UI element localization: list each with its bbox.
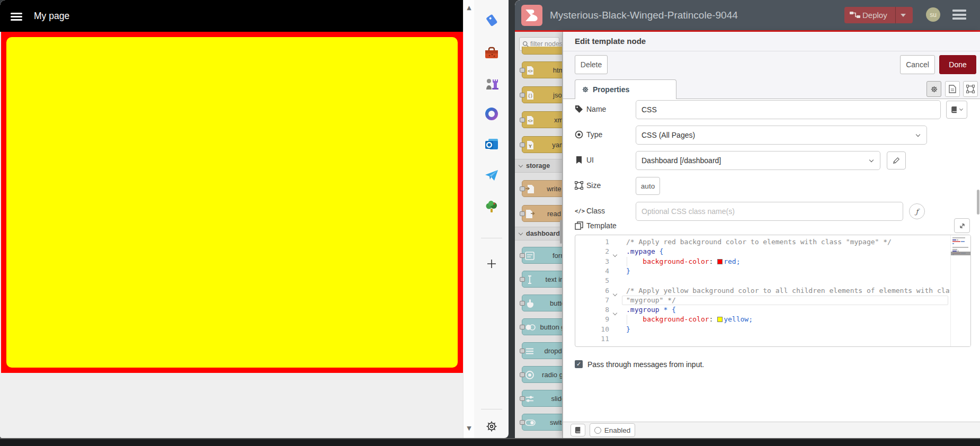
- code-line-1[interactable]: 1/* Apply red background color to elemen…: [575, 237, 971, 247]
- code-line-2[interactable]: 2.mypage {: [575, 247, 971, 256]
- palette-node-switch[interactable]: switch: [522, 414, 563, 431]
- class-row: </> Class Optional CSS class name(s) ƒ: [563, 202, 980, 221]
- radio-icon: [525, 370, 535, 380]
- minimap-row: [952, 239, 958, 240]
- copy-icon: [575, 221, 583, 230]
- name-input[interactable]: CSS: [636, 100, 941, 119]
- m365-icon[interactable]: [483, 105, 501, 123]
- avatar[interactable]: su: [926, 7, 940, 22]
- code-line-6[interactable]: 6/* Apply yellow background color to all…: [575, 286, 971, 296]
- node-port: [520, 277, 525, 282]
- divider: [563, 51, 980, 51]
- menu-bar: [11, 16, 22, 17]
- palette-scrollbar[interactable]: [560, 220, 562, 244]
- node-port: [520, 118, 525, 122]
- code-line-11[interactable]: 11: [575, 334, 971, 344]
- palette-category-storage[interactable]: storage: [515, 159, 563, 173]
- color-swatch-yellow: [717, 317, 723, 322]
- name-row: Name CSS: [563, 100, 980, 119]
- line-number: 11: [575, 335, 609, 343]
- cancel-button[interactable]: Cancel: [900, 55, 935, 74]
- tab-properties[interactable]: Properties: [575, 79, 676, 99]
- code-line-3[interactable]: 3 background-color: red;: [575, 257, 971, 266]
- palette-node-dropdown[interactable]: dropdown: [522, 342, 563, 359]
- code-text: .mygroup * {: [626, 306, 676, 314]
- editor-minimap[interactable]: [950, 235, 970, 346]
- code-line-9[interactable]: 9 background-color: yellow;: [575, 315, 971, 324]
- form-icon: [525, 251, 535, 261]
- appearance-view-button[interactable]: [963, 81, 978, 97]
- code-line-4[interactable]: 4}: [575, 266, 971, 276]
- delete-button[interactable]: Delete: [575, 55, 608, 74]
- gear-icon[interactable]: [483, 417, 501, 435]
- code-line-7[interactable]: 7"mygroup" */: [575, 296, 971, 305]
- hand-icon: [525, 299, 535, 308]
- name-options-button[interactable]: [946, 101, 967, 119]
- svg-text:<>: <>: [528, 69, 533, 74]
- node-info-button[interactable]: [571, 424, 585, 436]
- node-port: [520, 420, 525, 425]
- editor-scrollbar-thumb[interactable]: [951, 252, 971, 255]
- palette-node-form[interactable]: form: [522, 247, 563, 264]
- paper-plane-icon[interactable]: [483, 166, 501, 184]
- class-fx-button[interactable]: ƒ: [909, 203, 925, 219]
- palette-node-text-input[interactable]: text input: [522, 271, 563, 288]
- expand-icon: [959, 222, 966, 229]
- palette-node-yaml[interactable]: yamlY: [522, 136, 563, 153]
- ui-select[interactable]: Dashboard [/dashboard]: [636, 151, 880, 170]
- chess-icon[interactable]: [483, 75, 501, 93]
- class-input[interactable]: Optional CSS class name(s): [636, 202, 903, 221]
- palette-node-json[interactable]: json{}: [522, 86, 563, 103]
- code-line-8[interactable]: 8.mygroup * {: [575, 305, 971, 315]
- dashboard-scrollbar[interactable]: ▲ ▼: [463, 0, 474, 438]
- tree-icon[interactable]: [483, 198, 501, 216]
- code-text: background-color: yellow;: [626, 315, 753, 323]
- code-text: .mypage {: [626, 247, 663, 255]
- ui-row: UI Dashboard [/dashboard]: [563, 151, 980, 170]
- deploy-button[interactable]: Deploy: [844, 7, 913, 23]
- add-icon[interactable]: [483, 255, 501, 273]
- passthrough-checkbox[interactable]: ✓: [575, 360, 583, 368]
- tag-icon[interactable]: [483, 11, 501, 29]
- description-view-button[interactable]: [945, 81, 960, 97]
- toolbox-icon[interactable]: [483, 44, 501, 62]
- palette-node-button[interactable]: button: [522, 295, 563, 311]
- palette-node-radio-group[interactable]: radio group: [522, 366, 563, 383]
- done-button[interactable]: Done: [939, 55, 976, 74]
- palette-node-partial[interactable]: [522, 47, 563, 55]
- size-auto-button[interactable]: auto: [636, 177, 660, 195]
- dialog-scrollbar-thumb[interactable]: [977, 190, 979, 215]
- dialog-title: Edit template node: [575, 37, 646, 46]
- code-line-10[interactable]: 10}: [575, 325, 971, 334]
- expand-editor-button[interactable]: [954, 218, 970, 233]
- pencil-icon: [893, 157, 900, 164]
- code-text: /* Apply red background color to element…: [626, 238, 892, 246]
- chevron-down-icon: [519, 163, 523, 167]
- edit-ui-button[interactable]: [887, 151, 906, 170]
- palette-node-write-file[interactable]: write file: [522, 180, 563, 197]
- gear-icon: [582, 86, 589, 93]
- scroll-down-icon[interactable]: ▼: [464, 425, 475, 432]
- enabled-toggle-button[interactable]: Enabled: [590, 423, 635, 437]
- menu-icon[interactable]: [11, 13, 22, 20]
- type-select[interactable]: CSS (All Pages): [636, 126, 927, 145]
- category-label: dashboard 2: [526, 230, 563, 237]
- node-port: [520, 211, 525, 216]
- palette-node-button-group[interactable]: button group: [522, 318, 563, 335]
- main-menu-icon[interactable]: [952, 10, 966, 20]
- palette-node-read-file[interactable]: read file: [522, 205, 563, 222]
- scroll-up-icon[interactable]: ▲: [464, 4, 475, 11]
- outlook-icon[interactable]: [483, 136, 501, 154]
- palette-node-xml[interactable]: xml<>: [522, 111, 563, 128]
- minimap-row: [952, 243, 954, 244]
- code-line-5[interactable]: 5: [575, 276, 971, 286]
- minimap-row: [952, 237, 965, 238]
- file-code-icon: <>: [525, 66, 535, 75]
- deploy-caret-icon[interactable]: [901, 14, 906, 17]
- palette-node-html[interactable]: html<>: [522, 61, 563, 78]
- palette-node-slider[interactable]: slider: [522, 390, 563, 407]
- template-code-editor[interactable]: 1/* Apply red background color to elemen…: [575, 235, 971, 347]
- properties-view-button[interactable]: [926, 81, 941, 97]
- palette-category-dashboard-2[interactable]: dashboard 2: [515, 227, 563, 240]
- circle-dot-icon: [575, 130, 583, 139]
